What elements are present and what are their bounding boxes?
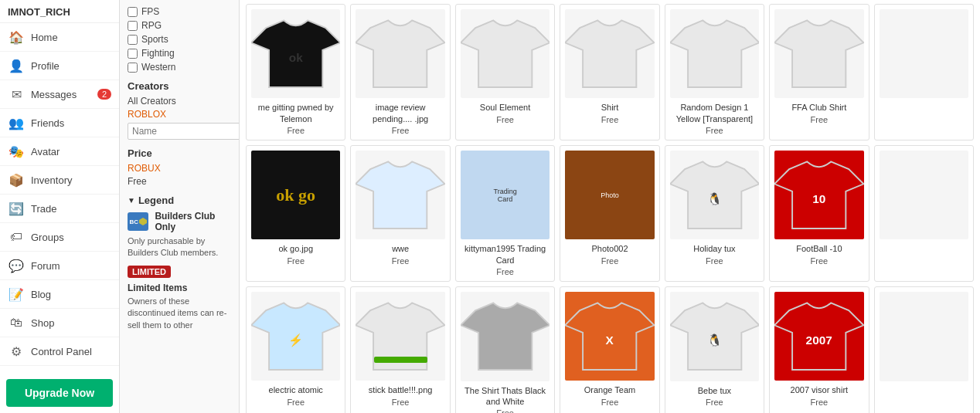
item-name: kittyman1995 Trading Card xyxy=(461,243,550,266)
item-card[interactable]: Soul ElementFree xyxy=(455,4,555,140)
sidebar-item-forum[interactable]: 💬 Forum xyxy=(0,252,119,280)
forum-icon: 💬 xyxy=(8,257,25,274)
item-thumbnail xyxy=(880,292,968,381)
item-card[interactable]: ⚡ electric atomicFree xyxy=(246,286,345,413)
friends-icon: 👥 xyxy=(8,114,25,131)
fps-checkbox[interactable] xyxy=(128,7,138,17)
sidebar-item-avatar[interactable]: 🎭 Avatar xyxy=(0,137,119,166)
item-price: Free xyxy=(670,398,759,407)
item-price: Free xyxy=(356,256,444,266)
fps-checkbox-row: FPS xyxy=(128,6,231,17)
item-name: Soul Element xyxy=(461,102,550,113)
sports-checkbox-row: Sports xyxy=(128,34,231,45)
item-card[interactable]: X Orange TeamFree xyxy=(560,286,659,413)
item-thumbnail xyxy=(356,292,444,381)
sidebar-item-control-panel[interactable]: ⚙ Control Panel xyxy=(0,337,119,366)
sidebar-label: Profile xyxy=(31,60,111,72)
sidebar-label: Inventory xyxy=(31,174,111,186)
item-name: electric atomic xyxy=(251,384,340,395)
fps-label: FPS xyxy=(141,6,159,17)
item-card[interactable]: TradingCardkittyman1995 Trading CardFree xyxy=(455,145,555,282)
sidebar-item-shop[interactable]: 🛍 Shop xyxy=(0,309,119,337)
upgrade-now-button[interactable]: Upgrade Now xyxy=(6,379,113,407)
item-thumbnail: Photo xyxy=(565,151,654,239)
sidebar-item-blog[interactable]: 📝 Blog xyxy=(0,280,119,309)
item-thumbnail xyxy=(356,151,444,239)
item-thumbnail: 🐧 xyxy=(670,292,759,381)
item-card[interactable]: PhotoPhoto002Free xyxy=(560,145,659,282)
sidebar-item-friends[interactable]: 👥 Friends xyxy=(0,109,119,137)
western-checkbox[interactable] xyxy=(128,63,138,73)
item-price: Free xyxy=(251,256,340,266)
item-card[interactable]: 🐧 Holiday tuxFree xyxy=(665,145,764,282)
item-price: Free xyxy=(251,126,340,135)
control-panel-icon: ⚙ xyxy=(8,343,25,360)
main-content: ok me gitting pwned by TelemonFree image… xyxy=(240,0,980,413)
item-card[interactable] xyxy=(874,4,974,140)
item-price: Free xyxy=(565,256,654,266)
fighting-checkbox-row: Fighting xyxy=(128,48,231,59)
item-thumbnail: TradingCard xyxy=(461,151,550,239)
sidebar-item-messages[interactable]: ✉ Messages 2 xyxy=(0,80,119,109)
item-price: Free xyxy=(774,398,863,407)
robux-price-link[interactable]: ROBUX xyxy=(128,163,231,174)
item-card[interactable] xyxy=(874,286,974,413)
item-thumbnail xyxy=(880,9,968,98)
sidebar-item-inventory[interactable]: 📦 Inventory xyxy=(0,166,119,195)
item-card[interactable]: FFA Club ShirtFree xyxy=(769,4,869,140)
rpg-checkbox[interactable] xyxy=(128,21,138,31)
item-price: Free xyxy=(565,398,654,407)
item-card[interactable]: ok gook go.jpgFree xyxy=(246,145,345,282)
item-price: Free xyxy=(774,115,863,124)
item-thumbnail: 🐧 xyxy=(670,151,759,239)
item-thumbnail xyxy=(670,9,759,98)
sidebar-item-groups[interactable]: 🏷 Groups xyxy=(0,223,119,252)
items-grid: ok me gitting pwned by TelemonFree image… xyxy=(246,4,974,413)
item-card[interactable]: 10 FootBall -10Free xyxy=(769,145,869,282)
legend-title-text: Legend xyxy=(138,195,174,206)
item-name: stick battle!!!.png xyxy=(356,384,444,395)
sports-checkbox[interactable] xyxy=(128,35,138,45)
item-card[interactable] xyxy=(874,145,974,282)
item-card[interactable]: image review pending.... .jpgFree xyxy=(350,4,450,140)
sidebar-item-trade[interactable]: 🔄 Trade xyxy=(0,195,119,223)
sidebar-item-home[interactable]: 🏠 Home xyxy=(0,23,119,52)
creator-name-input[interactable] xyxy=(128,123,240,140)
sidebar-label: Home xyxy=(31,32,111,43)
free-price-label[interactable]: Free xyxy=(128,176,147,187)
creators-title: Creators xyxy=(128,80,231,92)
item-thumbnail: 2007 xyxy=(774,292,863,381)
item-name: Photo002 xyxy=(565,243,654,254)
sidebar-item-profile[interactable]: 👤 Profile xyxy=(0,52,119,80)
item-name: image review pending.... .jpg xyxy=(356,102,444,124)
sidebar-label: Messages xyxy=(31,89,97,100)
item-price: Free xyxy=(670,126,759,135)
svg-text:⚡: ⚡ xyxy=(288,333,304,347)
item-name: me gitting pwned by Telemon xyxy=(251,102,340,124)
sidebar-label: Trade xyxy=(31,203,111,215)
item-card[interactable]: ok me gitting pwned by TelemonFree xyxy=(246,4,345,140)
item-name: Holiday tux xyxy=(670,243,759,254)
trade-icon: 🔄 xyxy=(8,200,25,217)
sidebar-label: Friends xyxy=(31,117,111,129)
western-checkbox-row: Western xyxy=(128,62,231,73)
item-card[interactable]: ShirtFree xyxy=(560,4,659,140)
item-price: Free xyxy=(356,126,444,135)
groups-icon: 🏷 xyxy=(8,229,25,245)
item-card[interactable]: The Shirt Thats Black and WhiteFree xyxy=(455,286,555,413)
bc-icon: BC xyxy=(128,212,148,231)
item-card[interactable]: 2007 2007 visor shirtFree xyxy=(769,286,869,413)
item-card[interactable]: 🐧 Bebe tuxFree xyxy=(665,286,764,413)
svg-text:🐧: 🐧 xyxy=(707,191,723,206)
item-price: Free xyxy=(461,408,550,413)
item-card[interactable]: stick battle!!!.pngFree xyxy=(350,286,450,413)
item-price: Free xyxy=(565,115,654,124)
item-thumbnail xyxy=(774,9,863,98)
fighting-checkbox[interactable] xyxy=(128,49,138,59)
item-card[interactable]: wweFree xyxy=(350,145,450,282)
item-card[interactable]: Random Design 1 Yellow [Transparent]Free xyxy=(665,4,764,140)
inventory-icon: 📦 xyxy=(8,171,25,188)
roblox-creator-link[interactable]: ROBLOX xyxy=(128,109,231,120)
svg-text:ok: ok xyxy=(289,51,303,64)
rpg-checkbox-row: RPG xyxy=(128,20,231,31)
